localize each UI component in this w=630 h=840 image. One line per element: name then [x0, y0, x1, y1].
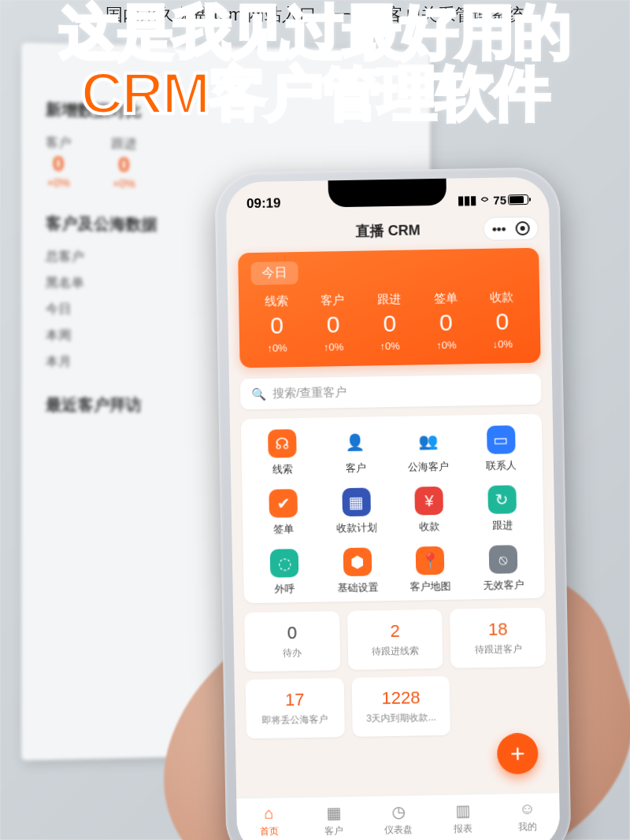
tab-首页[interactable]: ⌂ 首页 [236, 797, 302, 840]
today-stats-card: 今日 线索 0 ↑0%客户 0 ↑0%跟进 0 ↑0%签单 0 ↑0%收款 0 … [238, 248, 540, 368]
module-icon: ✔ [269, 489, 298, 518]
summary-cards-row: 0 待办 2 待跟进线索 18 待跟进客户 [244, 608, 546, 672]
summary-number: 18 [455, 619, 541, 641]
module-icon: ⍉ [488, 545, 517, 574]
module-grid: ☊ 线索👤 客户👥 公海客户▭ 联系人✔ 签单▦ 收款计划¥ 收款↻ 跟进◌ 外… [241, 414, 545, 604]
summary-cards-row: 17 即将丢公海客户 1228 3天内到期收款... [246, 675, 547, 739]
close-miniprogram-icon[interactable] [515, 221, 529, 235]
summary-card[interactable]: 2 待跟进线索 [347, 609, 443, 670]
module-label: 外呼 [248, 582, 321, 598]
search-input[interactable]: 🔍 搜索/查重客户 [240, 374, 542, 410]
summary-card[interactable]: 18 待跟进客户 [450, 608, 546, 668]
module-客户[interactable]: 👤 客户 [319, 427, 393, 476]
fab-add-button[interactable]: + [497, 733, 539, 775]
miniprogram-header: 直播 CRM ••• [226, 213, 550, 248]
module-icon: 👥 [413, 427, 443, 456]
wifi-icon: ⌔ [481, 193, 488, 206]
summary-number: 1228 [356, 687, 445, 709]
miniprogram-capsule[interactable]: ••• [484, 216, 539, 241]
stat-label: 客户 [305, 293, 361, 309]
phone: 09:19 ▮▮▮ ⌔ 75 直播 CRM ••• 今日 线索 0 ↑0%客户 … [214, 167, 571, 840]
summary-number: 0 [249, 622, 335, 644]
stat-item[interactable]: 线索 0 ↑0% [248, 294, 306, 355]
module-label: 公海客户 [392, 459, 465, 475]
module-收款[interactable]: ¥ 收款 [392, 486, 466, 535]
phone-notch [328, 179, 447, 208]
module-icon: ¥ [415, 487, 444, 516]
tab-label: 客户 [324, 824, 343, 838]
bg-section-title: 新增数据对比 [46, 99, 407, 127]
stat-pct: ↓0% [493, 338, 513, 350]
tab-label: 仪表盘 [384, 823, 413, 837]
stat-pct: ↑0% [380, 340, 400, 352]
module-公海客户[interactable]: 👥 公海客户 [391, 426, 465, 475]
tab-label: 报表 [454, 822, 472, 835]
module-label: 客户 [319, 461, 392, 476]
stat-item[interactable]: 收款 0 ↓0% [473, 290, 531, 351]
module-label: 基础设置 [321, 580, 395, 596]
stat-number: 0 [248, 312, 305, 339]
summary-label: 即将丢公海客户 [250, 712, 339, 727]
signal-icon: ▮▮▮ [458, 193, 476, 207]
module-label: 签单 [247, 522, 321, 538]
module-icon: 📍 [416, 546, 445, 575]
module-收款计划[interactable]: ▦ 收款计划 [320, 487, 394, 536]
stat-label: 签单 [417, 290, 474, 306]
tab-icon: ⌂ [264, 805, 273, 823]
module-label: 线索 [246, 462, 320, 478]
module-基础设置[interactable]: ⬢ 基础设置 [321, 547, 395, 596]
summary-card[interactable]: 1228 3天内到期收款... [351, 676, 450, 737]
today-chip[interactable]: 今日 [250, 261, 298, 285]
stat-pct: ↑0% [324, 341, 344, 353]
summary-label: 待跟进线索 [353, 644, 439, 659]
summary-card[interactable]: 0 待办 [244, 611, 340, 672]
summary-number: 17 [250, 689, 339, 711]
phone-screen: 09:19 ▮▮▮ ⌔ 75 直播 CRM ••• 今日 线索 0 ↑0%客户 … [226, 176, 561, 840]
summary-card[interactable]: 17 即将丢公海客户 [246, 678, 345, 738]
stat-number: 0 [361, 309, 418, 337]
tab-icon: ▦ [326, 803, 341, 822]
battery-icon: 75 [493, 192, 528, 206]
stat-number: 0 [474, 308, 531, 335]
bottom-tabbar: ⌂ 首页▦ 客户◷ 仪表盘▥ 报表☺ 我的 [236, 792, 560, 840]
stat-label: 跟进 [361, 291, 417, 307]
module-无效客户[interactable]: ⍉ 无效客户 [466, 545, 540, 594]
module-客户地图[interactable]: 📍 客户地图 [394, 546, 468, 594]
tab-报表[interactable]: ▥ 报表 [430, 794, 495, 840]
seo-caption: 国内永久免费 crm 网站入口，一站式客户关系管理系统 [0, 3, 630, 27]
stat-item[interactable]: 跟进 0 ↑0% [361, 291, 418, 353]
module-label: 客户地图 [394, 579, 467, 594]
tab-仪表盘[interactable]: ◷ 仪表盘 [365, 795, 431, 840]
search-icon: 🔍 [251, 387, 266, 401]
app-title: 直播 CRM [355, 220, 420, 240]
module-icon: ▦ [342, 487, 371, 516]
module-联系人[interactable]: ▭ 联系人 [465, 425, 539, 474]
module-icon: ▭ [487, 425, 516, 454]
module-线索[interactable]: ☊ 线索 [246, 429, 320, 478]
stat-number: 0 [305, 311, 361, 339]
module-签单[interactable]: ✔ 签单 [246, 489, 321, 538]
stat-label: 线索 [248, 294, 305, 309]
module-跟进[interactable]: ↻ 跟进 [465, 485, 539, 534]
status-time: 09:19 [246, 195, 281, 212]
module-外呼[interactable]: ◌ 外呼 [248, 549, 322, 598]
stat-item[interactable]: 签单 0 ↑0% [417, 290, 475, 352]
module-icon: 👤 [341, 428, 370, 457]
tab-icon: ☺ [519, 800, 536, 818]
tab-label: 我的 [518, 820, 537, 834]
stat-number: 0 [417, 309, 474, 336]
tab-icon: ◷ [391, 801, 405, 820]
module-label: 收款 [393, 519, 466, 535]
module-icon: ☊ [268, 429, 297, 458]
more-icon[interactable]: ••• [492, 222, 506, 235]
module-label: 无效客户 [467, 578, 540, 594]
tab-客户[interactable]: ▦ 客户 [301, 797, 366, 840]
tab-label: 首页 [260, 825, 279, 838]
tab-我的[interactable]: ☺ 我的 [495, 793, 560, 840]
module-icon: ⬢ [343, 547, 372, 576]
summary-number: 2 [352, 620, 438, 642]
stat-item[interactable]: 客户 0 ↑0% [305, 293, 362, 354]
stat-pct: ↑0% [436, 339, 457, 351]
search-placeholder: 搜索/查重客户 [272, 385, 346, 401]
module-icon: ↻ [487, 485, 517, 514]
